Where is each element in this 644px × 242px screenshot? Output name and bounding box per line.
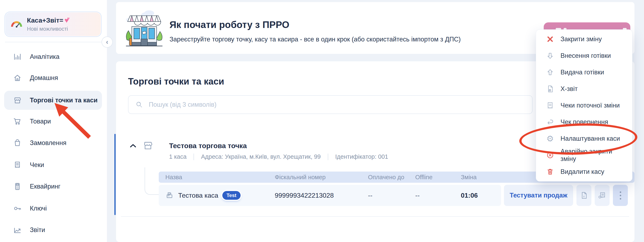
menu-item-current-shift-receipts[interactable]: Чеки поточної зміни [536,97,632,114]
menu-item-cash-withdrawal[interactable]: Видача готівки [536,64,632,80]
meta-divider [194,154,194,160]
sidebar: Каса+Звіт= ♥ ♥ Нові можливості Аналітика… [0,0,107,242]
cash-register-actions-menu: Закрити зміну Внесення готівки Видача го… [536,30,632,182]
menu-item-delete-cash-register[interactable]: Видалити касу [536,164,632,180]
sidebar-item-reports[interactable]: Звіти [4,220,102,240]
outlet-cashier-count: 1 каса [169,153,186,160]
receipt-icon [13,160,22,170]
sidebar-item-label: Чеки [30,161,44,169]
expanded-section-accent-bar [114,134,116,215]
bar-chart-icon [13,52,22,61]
menu-item-cash-deposit[interactable]: Внесення готівки [536,48,632,64]
storefront-icon [142,140,154,151]
hearts-icon-small: ♥ [67,16,70,21]
gauge-icon [11,20,22,29]
close-x-icon [546,35,554,43]
sidebar-item-label: Ключі [30,205,47,212]
report-chart-icon [13,226,22,234]
fiscal-number: 9999993422213028 [275,192,334,199]
storefront-icon [13,96,22,105]
x-report-icon: x [546,85,554,93]
menu-item-label: Налаштування каси [560,135,620,142]
sidebar-item-label: Замовлення [30,139,66,147]
outlet-name: Тестова торгова точка [169,142,247,150]
meta-divider [328,154,328,160]
column-header-shift: Зміна [461,174,476,181]
test-sale-button[interactable]: Тестувати продаж [504,185,573,206]
kebab-dot [620,192,621,193]
app-title: Каса+Звіт= [27,16,63,24]
menu-item-cash-register-settings[interactable]: ⚙ Налаштування каси [536,130,632,147]
menu-item-x-report[interactable]: x X-звіт [536,80,632,97]
receipt-key-icon [598,191,607,200]
kebab-dot [620,198,621,200]
key-icon [13,204,22,213]
test-sale-label: Тестувати продаж [510,192,568,199]
sidebar-item-label: Звіти [30,226,45,234]
svg-text:x: x [550,89,551,92]
banner-title: Як почати роботу з ПРРО [170,19,289,30]
bag-icon [13,138,22,148]
gear-icon: ⚙ [546,134,554,143]
paid-until-value: -- [368,192,372,199]
outlet-address: Адреса: Україна, м.Київ, вул. Хрещатик, … [201,153,320,160]
outlet-identifier: Ідентифікатор: 001 [335,153,388,160]
sidebar-item-label: Торгові точки та каси [30,96,98,104]
sidebar-collapse-button[interactable]: ‹ [102,36,113,48]
promo-logo-card[interactable]: Каса+Звіт= ♥ ♥ Нові можливості [5,12,101,36]
section-divider [121,216,629,217]
banner-subtitle: Зареєструйте торгову точку, касу та каси… [170,36,460,43]
sidebar-item-analytics[interactable]: Аналітика [4,47,102,66]
arrow-down-block-icon [546,52,554,60]
sidebar-item-orders[interactable]: Замовлення [4,134,102,152]
sidebar-item-keys[interactable]: Ключі [4,199,102,218]
storefront-illustration [124,7,165,49]
sidebar-item-label: Еквайринг [30,183,60,190]
z-report-icon: z [580,191,588,200]
search-icon [135,100,144,109]
trash-icon [546,168,554,176]
kebab-dot [620,195,621,196]
menu-item-label: X-звіт [560,85,578,92]
sidebar-item-trade-points[interactable]: Торгові точки та каси [4,91,102,110]
menu-item-label: Внесення готівки [560,52,611,60]
menu-item-close-shift[interactable]: Закрити зміну [536,31,632,48]
sidebar-item-goods[interactable]: Товари [4,112,102,131]
sidebar-item-acquiring[interactable]: Еквайринг [4,177,102,196]
menu-item-label: Видалити касу [560,168,604,176]
return-arrow-icon [546,118,554,126]
column-header-name: Назва [165,174,182,181]
cash-register-name: Тестова каса [178,192,218,199]
test-badge: Test [222,191,240,200]
menu-item-emergency-close-shift[interactable]: Аварійно закрити зміну [536,147,632,164]
receipts-keys-button[interactable] [595,185,610,206]
tree-connector-line [145,168,159,195]
z-report-button[interactable]: z [576,185,591,206]
offline-value: -- [415,192,420,199]
cart-icon [13,117,22,126]
menu-item-label: Закрити зміну [560,36,602,43]
sidebar-item-label: Товари [30,118,51,125]
alert-circle-x-icon [546,151,554,159]
table-row[interactable]: Тестова каса Test 9999993422213028 -- --… [159,185,501,206]
cash-register-icon [165,191,174,200]
sidebar-item-home[interactable]: Домашня [4,68,102,88]
receipt-icon [546,101,554,110]
search-field [128,95,532,114]
column-header-paid: Оплачено до [368,174,404,181]
chevron-left-icon: ‹ [106,38,108,45]
search-input[interactable] [148,101,502,108]
column-header-offline: Offline [415,174,432,181]
sidebar-item-receipts[interactable]: Чеки [4,156,102,174]
menu-item-label: Чеки поточної зміни [560,102,620,109]
kebab-menu-button[interactable] [613,185,628,206]
page-title: Торгові точки та каси [128,76,224,86]
home-icon [13,73,22,82]
outlet-meta: 1 каса Адреса: Україна, м.Київ, вул. Хре… [169,153,388,160]
column-header-fiscal: Фіскальний номер [275,174,326,181]
menu-item-return-receipt[interactable]: Чек повернення [536,114,632,130]
arrow-up-block-icon [546,68,554,76]
collapse-outlet-button[interactable] [129,144,137,148]
menu-item-label: Чек повернення [560,118,608,126]
svg-text:z: z [583,195,585,198]
